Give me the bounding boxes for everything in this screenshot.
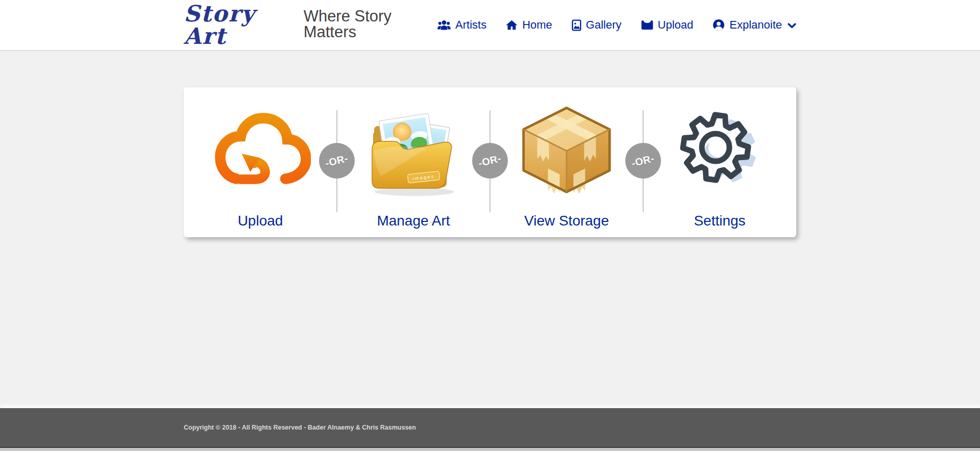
option-settings: Settings bbox=[643, 87, 796, 237]
gear-icon bbox=[676, 105, 764, 194]
home-icon bbox=[506, 20, 518, 30]
actions-card: Upload -OR- bbox=[184, 87, 796, 237]
settings-link[interactable]: Settings bbox=[694, 214, 745, 228]
users-icon bbox=[437, 20, 451, 30]
footer: Copyright © 2018 - All Rights Reserved -… bbox=[0, 408, 980, 451]
nav-item-account[interactable]: Explanoite bbox=[713, 18, 796, 32]
cloud-upload-icon bbox=[210, 107, 311, 192]
page: Story Art Where Story Matters bbox=[0, 0, 980, 451]
package-box-icon bbox=[517, 102, 617, 197]
option-view-storage: View Storage bbox=[490, 87, 643, 237]
nav-item-upload[interactable]: Upload bbox=[641, 18, 694, 32]
or-badge: -OR- bbox=[625, 143, 661, 179]
upload-tray-icon bbox=[641, 20, 653, 30]
images-folder-icon: images bbox=[366, 99, 461, 199]
logo-tagline: Where Story Matters bbox=[304, 8, 437, 40]
footer-light-edge bbox=[0, 448, 980, 451]
nav-label-account: Explanoite bbox=[729, 18, 782, 32]
nav-label-gallery: Gallery bbox=[586, 18, 622, 32]
nav-label-artists: Artists bbox=[455, 18, 486, 32]
view-storage-tile[interactable] bbox=[490, 101, 643, 198]
upload-tile[interactable] bbox=[184, 101, 337, 198]
nav-item-gallery[interactable]: Gallery bbox=[572, 18, 622, 32]
nav-item-home[interactable]: Home bbox=[506, 18, 552, 32]
nav-label-upload: Upload bbox=[658, 18, 694, 32]
copyright-text: Copyright © 2018 - All Rights Reserved -… bbox=[184, 424, 416, 431]
option-manage-art: images Manage Art bbox=[337, 87, 490, 237]
gallery-icon bbox=[572, 19, 581, 31]
or-badge: -OR- bbox=[319, 143, 355, 179]
or-badge-label: -OR- bbox=[477, 152, 503, 169]
nav-item-artists[interactable]: Artists bbox=[437, 18, 486, 32]
logo-link[interactable]: Story Art Where Story Matters bbox=[184, 3, 437, 47]
or-badge-label: -OR- bbox=[324, 152, 350, 169]
main-content: Upload -OR- bbox=[0, 51, 980, 408]
or-badge: -OR- bbox=[472, 143, 508, 179]
header: Story Art Where Story Matters bbox=[0, 0, 980, 51]
nav-label-home: Home bbox=[522, 18, 552, 32]
settings-tile[interactable] bbox=[643, 101, 796, 198]
user-circle-icon bbox=[713, 19, 725, 31]
or-badge-label: -OR- bbox=[630, 152, 656, 169]
chevron-down-icon bbox=[788, 23, 796, 29]
manage-art-tile[interactable]: images bbox=[337, 101, 490, 198]
upload-link[interactable]: Upload bbox=[238, 214, 283, 228]
main-nav: Artists Home bbox=[437, 18, 796, 32]
manage-art-link[interactable]: Manage Art bbox=[377, 214, 450, 228]
option-upload: Upload bbox=[184, 87, 337, 237]
logo-text: Story Art bbox=[184, 3, 298, 47]
view-storage-link[interactable]: View Storage bbox=[524, 214, 609, 228]
